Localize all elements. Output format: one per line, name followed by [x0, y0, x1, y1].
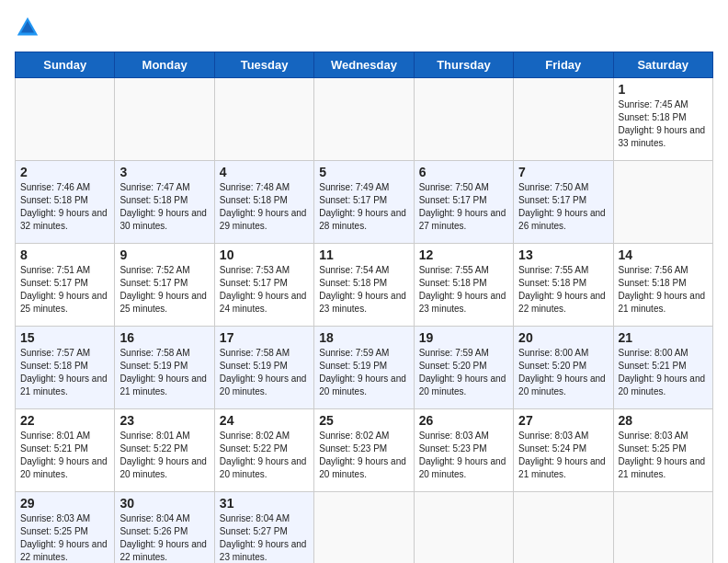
calendar-cell — [214, 78, 313, 161]
calendar-cell: 9Sunrise: 7:52 AMSunset: 5:17 PMDaylight… — [115, 244, 214, 327]
cell-info: Sunrise: 7:49 AMSunset: 5:17 PMDaylight:… — [319, 182, 406, 231]
day-number: 13 — [518, 247, 608, 262]
calendar-cell: 30Sunrise: 8:04 AMSunset: 5:26 PMDayligh… — [115, 492, 214, 564]
cell-info: Sunrise: 8:01 AMSunset: 5:21 PMDaylight:… — [20, 431, 108, 479]
calendar-cell: 7Sunrise: 7:50 AMSunset: 5:17 PMDaylight… — [514, 161, 613, 244]
cell-info: Sunrise: 8:04 AMSunset: 5:27 PMDaylight:… — [220, 513, 307, 562]
cell-info: Sunrise: 8:03 AMSunset: 5:24 PMDaylight:… — [518, 431, 606, 479]
calendar-cell — [16, 78, 115, 161]
cell-info: Sunrise: 7:59 AMSunset: 5:20 PMDaylight:… — [419, 348, 506, 396]
weekday-header-friday: Friday — [514, 52, 613, 78]
cell-info: Sunrise: 7:57 AMSunset: 5:18 PMDaylight:… — [20, 348, 108, 396]
cell-info: Sunrise: 8:00 AMSunset: 5:20 PMDaylight:… — [518, 348, 606, 396]
day-number: 28 — [619, 413, 708, 428]
cell-info: Sunrise: 7:53 AMSunset: 5:17 PMDaylight:… — [220, 265, 307, 314]
cell-info: Sunrise: 8:03 AMSunset: 5:23 PMDaylight:… — [419, 431, 506, 479]
calendar-week-2: 2Sunrise: 7:46 AMSunset: 5:18 PMDaylight… — [16, 161, 713, 244]
cell-info: Sunrise: 7:58 AMSunset: 5:19 PMDaylight:… — [119, 348, 207, 396]
calendar-cell: 4Sunrise: 7:48 AMSunset: 5:18 PMDaylight… — [214, 161, 313, 244]
calendar-body: 1Sunrise: 7:45 AMSunset: 5:18 PMDaylight… — [16, 78, 713, 564]
cell-info: Sunrise: 7:46 AMSunset: 5:18 PMDaylight:… — [20, 182, 108, 231]
day-number: 6 — [419, 165, 508, 179]
cell-info: Sunrise: 7:50 AMSunset: 5:17 PMDaylight:… — [518, 182, 606, 231]
cell-info: Sunrise: 7:50 AMSunset: 5:17 PMDaylight:… — [419, 182, 506, 231]
weekday-header-sunday: Sunday — [16, 52, 115, 78]
calendar-cell: 29Sunrise: 8:03 AMSunset: 5:25 PMDayligh… — [16, 492, 115, 564]
calendar-cell — [314, 78, 414, 161]
calendar-cell — [414, 78, 513, 161]
day-number: 20 — [518, 330, 608, 345]
calendar-cell: 18Sunrise: 7:59 AMSunset: 5:19 PMDayligh… — [314, 327, 414, 409]
header-row: SundayMondayTuesdayWednesdayThursdayFrid… — [16, 52, 713, 78]
calendar-cell — [115, 78, 214, 161]
calendar-cell: 17Sunrise: 7:58 AMSunset: 5:19 PMDayligh… — [214, 327, 313, 409]
day-number: 10 — [220, 247, 309, 262]
cell-info: Sunrise: 7:59 AMSunset: 5:19 PMDaylight:… — [319, 348, 406, 396]
cell-info: Sunrise: 8:00 AMSunset: 5:21 PMDaylight:… — [619, 348, 706, 396]
day-number: 12 — [419, 247, 508, 262]
day-number: 18 — [319, 330, 408, 345]
day-number: 31 — [220, 496, 309, 511]
calendar-cell: 26Sunrise: 8:03 AMSunset: 5:23 PMDayligh… — [414, 409, 513, 492]
day-number: 22 — [20, 413, 109, 428]
day-number: 30 — [119, 496, 209, 511]
day-number: 19 — [419, 330, 508, 345]
day-number: 2 — [20, 165, 109, 179]
day-number: 24 — [220, 413, 309, 428]
cell-info: Sunrise: 7:55 AMSunset: 5:18 PMDaylight:… — [419, 265, 506, 314]
calendar-cell: 6Sunrise: 7:50 AMSunset: 5:17 PMDaylight… — [414, 161, 513, 244]
day-number: 7 — [518, 165, 608, 179]
weekday-header-wednesday: Wednesday — [314, 52, 414, 78]
day-number: 16 — [119, 330, 209, 345]
day-number: 15 — [20, 330, 109, 345]
calendar-cell — [613, 161, 712, 244]
calendar-cell: 21Sunrise: 8:00 AMSunset: 5:21 PMDayligh… — [613, 327, 712, 409]
calendar-cell: 28Sunrise: 8:03 AMSunset: 5:25 PMDayligh… — [613, 409, 712, 492]
calendar-cell: 12Sunrise: 7:55 AMSunset: 5:18 PMDayligh… — [414, 244, 513, 327]
weekday-header-monday: Monday — [115, 52, 214, 78]
header — [15, 15, 713, 40]
day-number: 27 — [518, 413, 608, 428]
weekday-header-saturday: Saturday — [613, 52, 712, 78]
day-number: 4 — [220, 165, 309, 179]
calendar-week-5: 22Sunrise: 8:01 AMSunset: 5:21 PMDayligh… — [16, 409, 713, 492]
cell-info: Sunrise: 8:01 AMSunset: 5:22 PMDaylight:… — [119, 431, 207, 479]
day-number: 1 — [619, 82, 708, 97]
calendar-cell: 3Sunrise: 7:47 AMSunset: 5:18 PMDaylight… — [115, 161, 214, 244]
calendar-cell: 2Sunrise: 7:46 AMSunset: 5:18 PMDaylight… — [16, 161, 115, 244]
cell-info: Sunrise: 8:02 AMSunset: 5:23 PMDaylight:… — [319, 431, 406, 479]
weekday-header-thursday: Thursday — [414, 52, 513, 78]
calendar-cell — [514, 78, 613, 161]
logo-icon — [15, 15, 40, 40]
cell-info: Sunrise: 7:45 AMSunset: 5:18 PMDaylight:… — [619, 99, 706, 148]
calendar-week-1: 1Sunrise: 7:45 AMSunset: 5:18 PMDaylight… — [16, 78, 713, 161]
calendar-cell: 19Sunrise: 7:59 AMSunset: 5:20 PMDayligh… — [414, 327, 513, 409]
cell-info: Sunrise: 7:54 AMSunset: 5:18 PMDaylight:… — [319, 265, 406, 314]
calendar-cell: 15Sunrise: 7:57 AMSunset: 5:18 PMDayligh… — [16, 327, 115, 409]
calendar-cell: 10Sunrise: 7:53 AMSunset: 5:17 PMDayligh… — [214, 244, 313, 327]
day-number: 17 — [220, 330, 309, 345]
cell-info: Sunrise: 8:03 AMSunset: 5:25 PMDaylight:… — [619, 431, 706, 479]
cell-info: Sunrise: 7:52 AMSunset: 5:17 PMDaylight:… — [119, 265, 207, 314]
cell-info: Sunrise: 8:03 AMSunset: 5:25 PMDaylight:… — [20, 513, 108, 562]
day-number: 23 — [119, 413, 209, 428]
cell-info: Sunrise: 8:04 AMSunset: 5:26 PMDaylight:… — [119, 513, 207, 562]
calendar-cell — [613, 492, 712, 564]
calendar-week-3: 8Sunrise: 7:51 AMSunset: 5:17 PMDaylight… — [16, 244, 713, 327]
calendar-cell: 27Sunrise: 8:03 AMSunset: 5:24 PMDayligh… — [514, 409, 613, 492]
calendar-week-4: 15Sunrise: 7:57 AMSunset: 5:18 PMDayligh… — [16, 327, 713, 409]
cell-info: Sunrise: 7:48 AMSunset: 5:18 PMDaylight:… — [220, 182, 307, 231]
cell-info: Sunrise: 7:56 AMSunset: 5:18 PMDaylight:… — [619, 265, 706, 314]
weekday-header-tuesday: Tuesday — [214, 52, 313, 78]
calendar-cell: 20Sunrise: 8:00 AMSunset: 5:20 PMDayligh… — [514, 327, 613, 409]
calendar-week-6: 29Sunrise: 8:03 AMSunset: 5:25 PMDayligh… — [16, 492, 713, 564]
calendar-cell: 5Sunrise: 7:49 AMSunset: 5:17 PMDaylight… — [314, 161, 414, 244]
calendar-cell: 23Sunrise: 8:01 AMSunset: 5:22 PMDayligh… — [115, 409, 214, 492]
calendar-cell: 14Sunrise: 7:56 AMSunset: 5:18 PMDayligh… — [613, 244, 712, 327]
day-number: 25 — [319, 413, 408, 428]
cell-info: Sunrise: 7:58 AMSunset: 5:19 PMDaylight:… — [220, 348, 307, 396]
day-number: 8 — [20, 247, 109, 262]
day-number: 11 — [319, 247, 408, 262]
calendar-cell: 16Sunrise: 7:58 AMSunset: 5:19 PMDayligh… — [115, 327, 214, 409]
cell-info: Sunrise: 8:02 AMSunset: 5:22 PMDaylight:… — [220, 431, 307, 479]
